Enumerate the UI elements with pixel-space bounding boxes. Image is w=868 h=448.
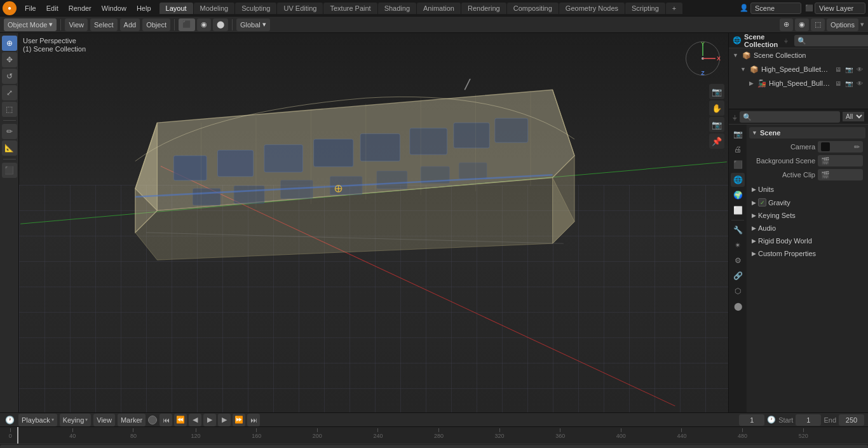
outliner-item-train-collection[interactable]: ▼ 📦 High_Speed_Bullet_Train_War 🖥 📷 👁 — [729, 62, 868, 76]
workspace-tab-geometry-nodes[interactable]: Geometry Nodes — [559, 3, 625, 14]
workspace-tab-rendering[interactable]: Rendering — [461, 3, 506, 14]
move-tool[interactable]: ✥ — [2, 52, 17, 67]
rigid-body-collapsible[interactable]: ▶ Rigid Body World — [749, 236, 865, 246]
workspace-tab-shading[interactable]: Shading — [378, 3, 416, 14]
menu-help[interactable]: Help — [132, 3, 156, 13]
item-hide[interactable]: 👁 — [855, 65, 864, 74]
outliner-item-scene-collection[interactable]: ▼ 📦 Scene Collection — [729, 48, 868, 62]
options-btn[interactable]: Options — [827, 18, 858, 31]
props-filter-btn[interactable]: ⏚ — [733, 113, 737, 121]
transform-global-dropdown[interactable]: Global ▾ — [236, 18, 270, 31]
active-clip-value[interactable]: 🎬 — [818, 169, 863, 180]
annotate-tool[interactable]: ✏ — [2, 124, 17, 139]
scene-section-header[interactable]: ▼ Scene — [749, 127, 865, 139]
props-output-icon[interactable]: 🖨 — [731, 142, 745, 156]
workspace-tab-compositing[interactable]: Compositing — [507, 3, 559, 14]
3d-viewport[interactable]: User Perspective (1) Scene Collection Y … — [19, 33, 728, 412]
scene-selector[interactable]: Scene — [750, 3, 801, 14]
item-restrict-render[interactable]: 📷 — [844, 65, 853, 74]
outliner-item-train-object[interactable]: ▶ 🚂 High_Speed_Bullet_Train 🖥 📷 👁 — [729, 76, 868, 90]
select-menu-btn[interactable]: Select — [90, 18, 118, 31]
overlays-btn[interactable]: ◉ — [795, 18, 809, 31]
gravity-collapsible[interactable]: ▶ ✓ Gravity — [749, 197, 865, 208]
background-scene-value[interactable]: 🎬 — [818, 155, 863, 166]
props-particles-icon[interactable]: ✴ — [731, 238, 745, 252]
view-menu-btn[interactable]: View — [65, 18, 88, 31]
viewport-gizmo[interactable]: Y X Z — [684, 39, 722, 78]
scale-tool[interactable]: ⤢ — [2, 85, 17, 100]
viewport-shading-render[interactable]: ⬤ — [213, 18, 228, 31]
item2-restrict-viewport[interactable]: 🖥 — [834, 79, 843, 88]
props-data-icon[interactable]: ⬡ — [731, 284, 745, 298]
view-dropdown[interactable]: View — [93, 414, 115, 426]
vp-camera-btn[interactable]: 📷 — [709, 84, 724, 99]
add-cube-tool[interactable]: ⬛ — [2, 163, 17, 178]
viewport-shading-material[interactable]: ◉ — [197, 18, 211, 31]
item2-hide[interactable]: 👁 — [855, 79, 864, 88]
props-modifier-icon[interactable]: 🔧 — [731, 223, 745, 237]
custom-props-collapsible[interactable]: ▶ Custom Properties — [749, 248, 865, 259]
props-scene-icon[interactable]: 🌐 — [731, 173, 745, 187]
timeline-mode-btn[interactable]: 🕐 — [4, 414, 16, 426]
menu-window[interactable]: Window — [97, 3, 131, 13]
menu-render[interactable]: Render — [64, 3, 96, 13]
props-world-icon[interactable]: 🌍 — [731, 188, 745, 202]
props-object-icon[interactable]: ⬜ — [731, 203, 745, 217]
timeline-scrollbar-thumb[interactable] — [0, 445, 868, 448]
camera-value[interactable]: ✏ — [818, 141, 863, 153]
menu-file[interactable]: File — [20, 3, 41, 13]
vp-pin-btn[interactable]: 📌 — [709, 133, 724, 149]
workspace-tab-uv-editing[interactable]: UV Editing — [277, 3, 323, 14]
gizmo-btn[interactable]: ⊕ — [780, 18, 793, 31]
item-restrict-viewport[interactable]: 🖥 — [834, 65, 843, 74]
end-frame-input[interactable] — [839, 414, 864, 426]
keying-dropdown[interactable]: Keying ▾ — [60, 414, 92, 426]
prev-frame-btn[interactable]: ◀ — [189, 414, 201, 426]
jump-start-btn[interactable]: ⏮ — [159, 414, 172, 426]
workspace-tab-animation[interactable]: Animation — [417, 3, 461, 14]
play-btn[interactable]: ▶ — [203, 414, 216, 426]
add-menu-btn[interactable]: Add — [120, 18, 140, 31]
workspace-tab-add[interactable]: + — [666, 3, 682, 14]
workspace-tab-modeling[interactable]: Modeling — [194, 3, 235, 14]
object-mode-dropdown[interactable]: Object Mode ▾ — [4, 18, 57, 31]
measure-tool[interactable]: 📐 — [2, 140, 17, 156]
record-btn[interactable] — [148, 416, 157, 424]
start-frame-input[interactable] — [796, 414, 821, 426]
workspace-tab-layout[interactable]: Layout — [159, 3, 193, 14]
rotate-tool[interactable]: ↺ — [2, 69, 17, 84]
menu-edit[interactable]: Edit — [42, 3, 63, 13]
next-keyframe-btn[interactable]: ⏩ — [233, 414, 245, 426]
props-material-icon[interactable]: ⬤ — [731, 299, 745, 313]
vp-hand-btn[interactable]: ✋ — [709, 100, 724, 116]
viewport-shading-solid[interactable]: ⬛ — [179, 18, 195, 31]
workspace-tab-texture-paint[interactable]: Texture Paint — [323, 3, 377, 14]
playback-dropdown[interactable]: Playback ▾ — [18, 414, 57, 426]
props-render-icon[interactable]: 📷 — [731, 127, 745, 141]
outliner-filter-btn[interactable]: ⏚ — [780, 35, 792, 46]
outliner-search[interactable] — [794, 35, 868, 46]
transform-tool[interactable]: ⬚ — [2, 102, 17, 117]
next-frame-btn[interactable]: ▶ — [218, 414, 231, 426]
xray-btn[interactable]: ⬚ — [811, 18, 825, 31]
audio-collapsible[interactable]: ▶ Audio — [749, 223, 865, 233]
blender-logo[interactable]: Blender ● — [3, 1, 17, 15]
marker-dropdown[interactable]: Marker — [118, 414, 146, 426]
current-frame-input[interactable] — [739, 414, 764, 426]
workspace-tab-sculpting[interactable]: Sculpting — [235, 3, 276, 14]
workspace-tab-scripting[interactable]: Scripting — [625, 3, 665, 14]
units-collapsible[interactable]: ▶ Units — [749, 184, 865, 194]
timeline-scrollbar[interactable] — [0, 444, 868, 448]
vp-camera2-btn[interactable]: 📷 — [709, 117, 724, 132]
gravity-checkbox[interactable]: ✓ — [758, 198, 766, 207]
object-menu-btn[interactable]: Object — [142, 18, 170, 31]
prev-keyframe-btn[interactable]: ⏪ — [174, 414, 187, 426]
props-filter-select[interactable]: All — [843, 112, 864, 121]
cursor-tool[interactable]: ⊕ — [2, 36, 17, 51]
props-search[interactable] — [740, 111, 840, 123]
keying-sets-collapsible[interactable]: ▶ Keying Sets — [749, 210, 865, 221]
camera-picker-icon[interactable]: ✏ — [854, 143, 860, 151]
item2-restrict-render[interactable]: 📷 — [844, 79, 853, 88]
timeline-ruler[interactable]: 04080120160200240280320360400440480520 — [0, 427, 868, 444]
props-physics-icon[interactable]: ⚙ — [731, 254, 745, 268]
